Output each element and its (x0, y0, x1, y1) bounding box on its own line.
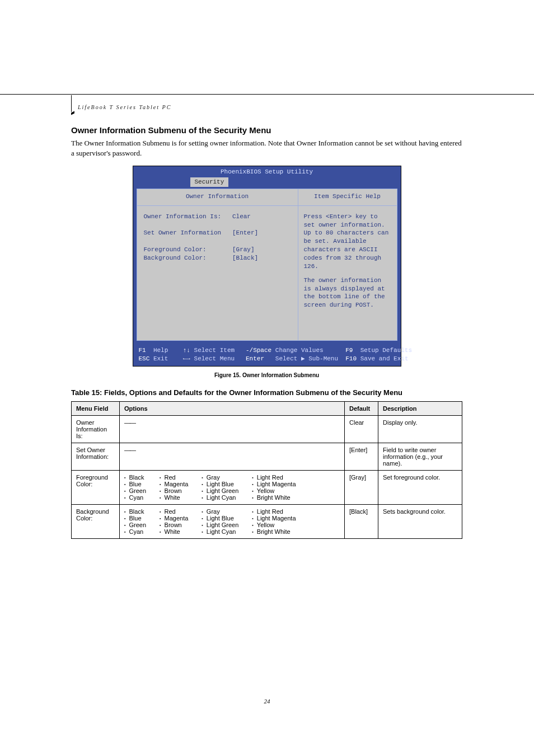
table-row: Foreground Color: Black Blue Green Cyan … (72, 471, 462, 505)
bios-help-paragraph: Press <Enter> key to set owner informati… (304, 213, 391, 271)
color-options-grid: Black Blue Green Cyan Red Magenta Brown … (124, 474, 340, 501)
bios-footer-key: F1 (139, 347, 146, 354)
color-col: Red Magenta Brown White (160, 508, 188, 535)
color-options-grid: Black Blue Green Cyan Red Magenta Brown … (124, 508, 340, 535)
cell-field: Owner Information Is: (72, 416, 120, 443)
content-area: Owner Information Submenu of the Securit… (71, 125, 462, 539)
bios-footer-label: Help (153, 347, 168, 354)
bios-left-body: Owner Information Is: Clear Set Owner In… (137, 206, 298, 340)
em-dash: —— (124, 447, 135, 453)
color-col: Red Magenta Brown White (160, 474, 188, 501)
color-option: Gray (202, 508, 238, 515)
bios-footer-label: Select Menu (194, 355, 235, 362)
color-option: Light Blue (202, 515, 238, 522)
cell-desc: Set foreground color. (378, 471, 462, 505)
color-col: Gray Light Blue Light Green Light Cyan (202, 508, 238, 535)
color-option: Light Red (252, 508, 296, 515)
bios-footer: F1 Help ↑↓ Select Item -/Space Change Va… (133, 344, 401, 367)
bios-row-value: Clear (232, 213, 251, 220)
cell-desc: Field to write owner information (e.g., … (378, 443, 462, 471)
bios-right-pane: Item Specific Help Press <Enter> key to … (298, 189, 397, 341)
color-option: Brown (160, 487, 188, 494)
color-option: Light Cyan (202, 494, 238, 501)
th-default: Default (345, 402, 378, 416)
bios-row-bg-color: Background Color: [Black] (144, 254, 291, 262)
em-dash: —— (124, 419, 135, 426)
color-option: Red (160, 474, 188, 481)
th-description: Description (378, 402, 462, 416)
bios-row-value: [Gray] (232, 246, 255, 253)
color-option: White (160, 494, 188, 501)
bios-footer-key: F9 (345, 347, 353, 354)
color-col: Light Red Light Magenta Yellow Bright Wh… (252, 508, 296, 535)
color-col: Gray Light Blue Light Green Light Cyan (202, 474, 238, 501)
bios-footer-label: Exit (153, 355, 168, 362)
color-option: Cyan (124, 528, 146, 535)
bios-row-value: [Enter] (232, 229, 258, 236)
cell-options: Black Blue Green Cyan Red Magenta Brown … (120, 505, 345, 539)
color-option: Magenta (160, 515, 188, 522)
cell-default: Clear (345, 416, 378, 443)
color-option: Black (124, 508, 146, 515)
bios-row-label: Background Color: (144, 255, 207, 261)
color-option: Bright White (252, 494, 296, 501)
bios-row-set-owner: Set Owner Information [Enter] (144, 229, 291, 237)
bios-main-panes: Owner Information Owner Information Is: … (137, 189, 397, 341)
bios-row-owner-info-is: Owner Information Is: Clear (144, 213, 291, 221)
bios-tab-row: Security (133, 177, 401, 187)
cell-default: [Gray] (345, 471, 378, 505)
color-option: Black (124, 474, 146, 481)
bios-footer-key: ←→ (183, 355, 190, 362)
bios-screenshot: PhoenixBIOS Setup Utility Security Owner… (133, 166, 401, 367)
bios-left-pane: Owner Information Owner Information Is: … (137, 189, 298, 341)
color-option: Light Magenta (252, 515, 296, 522)
bios-title: PhoenixBIOS Setup Utility (133, 166, 401, 176)
bios-row-label: Foreground Color: (144, 246, 207, 253)
page-number: 24 (0, 698, 534, 705)
cell-desc: Sets background color. (378, 505, 462, 539)
table-body: Owner Information Is: —— Clear Display o… (72, 416, 462, 539)
page: LifeBook T Series Tablet PC Owner Inform… (0, 0, 534, 756)
color-option: Light Blue (202, 481, 238, 487)
color-option: Light Cyan (202, 528, 238, 535)
section-intro: The Owner Information Submenu is for set… (71, 138, 462, 158)
color-option: Magenta (160, 481, 188, 487)
table-row: Set Owner Information: —— [Enter] Field … (72, 443, 462, 471)
figure-caption: Figure 15. Owner Information Submenu (71, 372, 462, 378)
cell-default: [Black] (345, 505, 378, 539)
options-table: Menu Field Options Default Description O… (71, 401, 462, 539)
color-col: Black Blue Green Cyan (124, 474, 146, 501)
bios-footer-label: Select Item (194, 347, 235, 354)
bios-footer-key: F10 (345, 355, 357, 362)
cell-field: Foreground Color: (72, 471, 120, 505)
cell-options: —— (120, 443, 345, 471)
color-option: Yellow (252, 522, 296, 528)
header-device-line: LifeBook T Series Tablet PC (78, 104, 171, 110)
color-option: Gray (202, 474, 238, 481)
th-menu-field: Menu Field (72, 402, 120, 416)
bios-footer-label: Setup Defaults (360, 347, 412, 354)
bios-tab-security: Security (190, 177, 229, 187)
cell-options: Black Blue Green Cyan Red Magenta Brown … (120, 471, 345, 505)
color-option: Blue (124, 481, 146, 487)
color-option: Light Green (202, 522, 238, 528)
cell-field: Set Owner Information: (72, 443, 120, 471)
bios-footer-key: ESC (139, 355, 150, 362)
bios-footer-key: ↑↓ (183, 347, 190, 354)
color-option: Cyan (124, 494, 146, 501)
color-option: Light Green (202, 487, 238, 494)
color-option: Yellow (252, 487, 296, 494)
color-option: Light Magenta (252, 481, 296, 487)
bios-right-title: Item Specific Help (298, 189, 397, 206)
color-option: White (160, 528, 188, 535)
th-options: Options (120, 402, 345, 416)
color-option: Light Red (252, 474, 296, 481)
table-caption: Table 15: Fields, Options and Defaults f… (71, 388, 462, 397)
color-col: Black Blue Green Cyan (124, 508, 146, 535)
table-header-row: Menu Field Options Default Description (72, 402, 462, 416)
bios-footer-key: -/Space (246, 347, 271, 354)
cell-desc: Display only. (378, 416, 462, 443)
bios-footer-label: Save and Exit (360, 355, 409, 362)
color-option: Green (124, 487, 146, 494)
bios-row-label: Owner Information Is: (144, 213, 222, 220)
